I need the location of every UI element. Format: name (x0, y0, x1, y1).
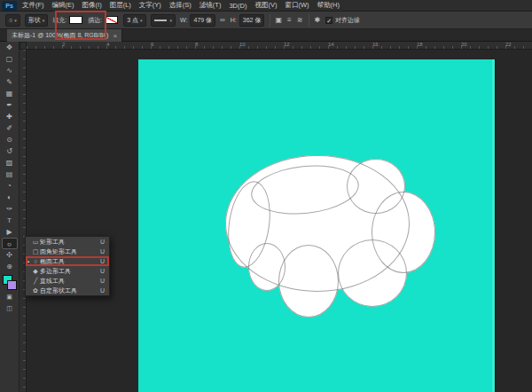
shape-height-field[interactable]: 362 像 (239, 14, 265, 27)
gradient-tool[interactable]: ▤ (2, 169, 18, 180)
gear-icon[interactable]: ✱ (314, 16, 320, 24)
chevron-down-icon: ▾ (140, 18, 143, 23)
history-brush-tool[interactable]: ↺ (2, 145, 18, 157)
link-dimensions-icon[interactable]: ∞ (220, 16, 225, 24)
healing-brush-tool[interactable]: ✚ (2, 111, 18, 122)
menu-item-5[interactable]: 选择(S) (169, 1, 192, 10)
menu-item-1[interactable]: 编辑(E) (52, 1, 74, 10)
line-style-icon (154, 20, 167, 21)
menu-item-4[interactable]: 文字(Y) (139, 1, 161, 10)
align-edges-label: 对齐边缘 (335, 16, 360, 25)
shortcut-key: U (100, 268, 109, 274)
flyout-item-自定形状工具[interactable]: ✿自定形状工具U (26, 286, 109, 295)
ruler-number: 8 (195, 42, 198, 47)
menu-bar: Ps 文件(F)编辑(E)图像(I)图层(L)文字(Y)选择(S)滤镜(T)3D… (0, 0, 532, 12)
ruler-number: 6 (151, 42, 153, 47)
blur-tool[interactable]: ◔ (2, 180, 18, 192)
brush-tool[interactable]: ✐ (2, 122, 18, 134)
shape-width-value: 479 像 (193, 16, 212, 25)
width-label: W: (180, 17, 187, 23)
fill-label: 填充: (52, 16, 66, 25)
stroke-width-dropdown[interactable]: 3 点 ▾ (123, 14, 145, 27)
menu-item-6[interactable]: 滤镜(T) (200, 1, 222, 10)
menu-item-9[interactable]: 窗口(W) (285, 1, 309, 10)
color-swatches (2, 275, 18, 291)
tool-preset-dropdown[interactable]: ○ ▾ (5, 14, 20, 27)
tool-options-bar: ○ ▾ 形状 ▾ 填充: 描边: 3 点 ▾ ▾ W: 479 像 ∞ H: 3… (0, 12, 532, 29)
ruler-number: 16 (372, 42, 379, 47)
menu-item-0[interactable]: 文件(F) (22, 1, 44, 10)
flyout-item-直线工具[interactable]: ╱直线工具U (26, 276, 109, 286)
path-alignment-button[interactable]: ≡ (287, 16, 292, 24)
ellipse-shape-tool[interactable]: ○ (2, 238, 18, 249)
stroke-style-dropdown[interactable]: ▾ (151, 14, 176, 27)
ellipse-preset-icon: ○ (9, 17, 12, 23)
stroke-color-swatch[interactable] (105, 16, 118, 24)
close-icon[interactable]: × (113, 32, 117, 40)
pen-tool[interactable]: ✑ (2, 203, 18, 215)
stroke-label: 描边: (88, 16, 102, 25)
shortcut-key: U (100, 239, 109, 245)
ruler-number: 18 (417, 42, 423, 47)
ruler-number: 22 (505, 42, 512, 47)
photoshop-logo: Ps (2, 1, 17, 11)
menu-item-10[interactable]: 帮助(H) (317, 1, 340, 10)
自定形状工具-icon: ✿ (31, 287, 40, 294)
lasso-tool[interactable]: ∿ (2, 65, 18, 76)
path-arrangement-button[interactable]: ≋ (297, 16, 303, 24)
ruler-number: 4 (106, 42, 109, 47)
ruler-number: 20 (461, 42, 467, 47)
divider (270, 14, 270, 27)
document-tab[interactable]: 未标题-1 @ 100%(椭圆 8, RGB/8#) × (7, 29, 122, 42)
cloud-bottom-circle-outline (278, 245, 339, 318)
marquee-tool[interactable]: ▢ (2, 53, 18, 65)
flyout-item-圆角矩形工具[interactable]: ▢圆角矩形工具U (26, 247, 109, 256)
screen-mode-button[interactable]: ◫ (2, 302, 18, 314)
ruler-number: 10 (239, 42, 246, 47)
path-selection-tool[interactable]: ▶ (2, 226, 18, 238)
tools-panel: ✥▢∿✎▦✒✚✐⊙↺▨▤◔◐✑T▶○✣⊕▣◫ (0, 42, 20, 392)
ruler-origin-box (20, 42, 27, 50)
height-label: H: (231, 17, 237, 23)
flyout-item-矩形工具[interactable]: ▭矩形工具U (26, 237, 109, 247)
divider (309, 14, 309, 27)
menu-item-3[interactable]: 图层(L) (110, 1, 131, 10)
tool-mode-value: 形状 (28, 16, 41, 25)
align-edges-checkbox[interactable]: ✓ (325, 17, 332, 24)
shortcut-key: U (100, 258, 109, 264)
path-operations-button[interactable]: ▣ (275, 16, 282, 24)
shape-width-field[interactable]: 479 像 (190, 14, 215, 27)
flyout-item-多边形工具[interactable]: ◆多边形工具U (26, 266, 109, 276)
fill-color-swatch[interactable] (69, 16, 82, 24)
hand-tool[interactable]: ✣ (2, 249, 18, 261)
quick-selection-tool[interactable]: ✎ (2, 76, 18, 88)
photoshop-window: Ps 文件(F)编辑(E)图像(I)图层(L)文字(Y)选择(S)滤镜(T)3D… (0, 0, 532, 392)
crop-tool[interactable]: ▦ (2, 88, 18, 99)
move-tool[interactable]: ✥ (2, 42, 18, 53)
shortcut-key: U (100, 287, 109, 294)
flyout-item-椭圆工具[interactable]: •○椭圆工具U (26, 256, 109, 266)
zoom-tool[interactable]: ⊕ (2, 261, 18, 272)
圆角矩形工具-icon: ▢ (31, 248, 40, 255)
shape-height-value: 362 像 (243, 16, 262, 25)
eyedropper-tool[interactable]: ✒ (2, 99, 18, 111)
shape-tools-flyout-menu: ▭矩形工具U▢圆角矩形工具U•○椭圆工具U◆多边形工具U╱直线工具U✿自定形状工… (25, 236, 110, 296)
chevron-down-icon: ▾ (43, 18, 45, 23)
document-canvas[interactable] (138, 59, 495, 392)
type-tool[interactable]: T (2, 215, 18, 226)
horizontal-ruler: 246810121416182022 (27, 42, 532, 50)
clone-stamp-tool[interactable]: ⊙ (2, 134, 18, 145)
dodge-tool[interactable]: ◐ (2, 192, 18, 203)
menu-item-7[interactable]: 3D(D) (229, 2, 246, 10)
vertical-ruler (20, 50, 27, 392)
tool-mode-dropdown[interactable]: 形状 ▾ (25, 14, 49, 27)
eraser-tool[interactable]: ▨ (2, 157, 18, 169)
menu-item-8[interactable]: 视图(V) (254, 1, 277, 10)
ruler-number: 14 (328, 42, 334, 47)
menu-item-2[interactable]: 图像(I) (82, 1, 102, 10)
quick-mask-button[interactable]: ▣ (2, 291, 18, 302)
stroke-width-value: 3 点 (127, 16, 138, 25)
pasteboard (27, 50, 532, 392)
background-color-swatch[interactable] (7, 280, 17, 290)
chevron-down-icon: ▾ (14, 18, 17, 23)
